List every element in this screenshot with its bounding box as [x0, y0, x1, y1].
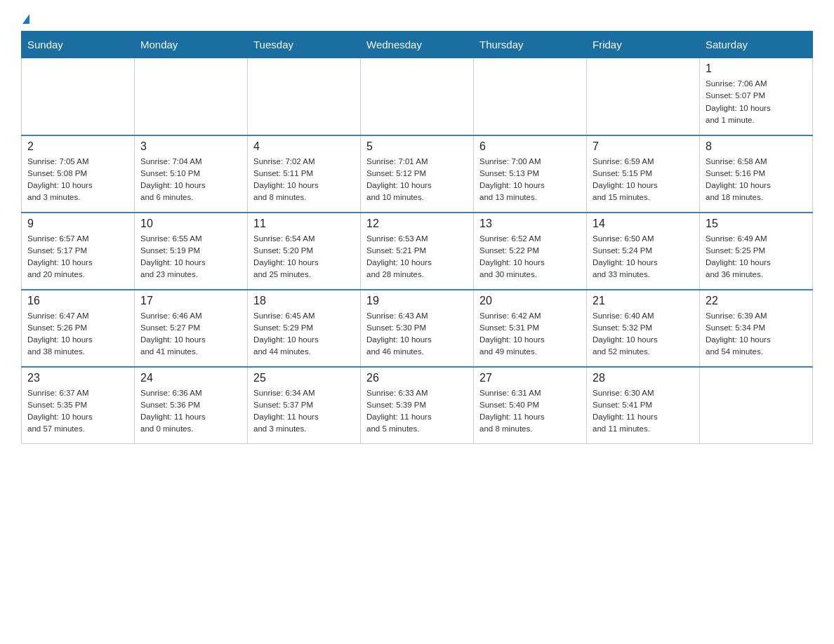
calendar-day-cell: 16Sunrise: 6:47 AM Sunset: 5:26 PM Dayli…	[22, 290, 135, 367]
day-info: Sunrise: 6:33 AM Sunset: 5:39 PM Dayligh…	[366, 387, 468, 436]
day-number: 15	[706, 217, 807, 230]
day-of-week-header: Tuesday	[248, 32, 361, 58]
day-info: Sunrise: 6:42 AM Sunset: 5:31 PM Dayligh…	[479, 310, 581, 358]
day-info: Sunrise: 6:37 AM Sunset: 5:35 PM Dayligh…	[27, 387, 128, 436]
day-info: Sunrise: 7:04 AM Sunset: 5:10 PM Dayligh…	[140, 156, 241, 204]
calendar-day-cell: 22Sunrise: 6:39 AM Sunset: 5:34 PM Dayli…	[700, 290, 813, 367]
day-info: Sunrise: 7:05 AM Sunset: 5:08 PM Dayligh…	[27, 156, 128, 204]
page-header	[21, 14, 813, 24]
calendar-week-row: 2Sunrise: 7:05 AM Sunset: 5:08 PM Daylig…	[22, 135, 813, 213]
day-number: 4	[253, 140, 355, 153]
calendar-table: SundayMondayTuesdayWednesdayThursdayFrid…	[21, 31, 813, 444]
day-of-week-header: Thursday	[474, 32, 587, 58]
day-info: Sunrise: 6:40 AM Sunset: 5:32 PM Dayligh…	[593, 310, 694, 358]
day-info: Sunrise: 6:39 AM Sunset: 5:34 PM Dayligh…	[706, 310, 807, 358]
calendar-day-cell: 9Sunrise: 6:57 AM Sunset: 5:17 PM Daylig…	[22, 213, 135, 290]
day-info: Sunrise: 6:55 AM Sunset: 5:19 PM Dayligh…	[140, 233, 241, 281]
calendar-day-cell: 14Sunrise: 6:50 AM Sunset: 5:24 PM Dayli…	[587, 213, 700, 290]
day-number: 17	[140, 295, 241, 307]
day-number: 19	[366, 295, 468, 307]
calendar-day-cell: 10Sunrise: 6:55 AM Sunset: 5:19 PM Dayli…	[135, 213, 248, 290]
day-number: 20	[479, 295, 581, 307]
calendar-day-cell	[361, 58, 474, 135]
day-info: Sunrise: 7:00 AM Sunset: 5:13 PM Dayligh…	[479, 156, 581, 204]
calendar-day-cell: 18Sunrise: 6:45 AM Sunset: 5:29 PM Dayli…	[248, 290, 361, 367]
day-info: Sunrise: 6:49 AM Sunset: 5:25 PM Dayligh…	[706, 233, 807, 281]
day-number: 9	[27, 217, 128, 230]
day-number: 26	[366, 372, 468, 384]
day-info: Sunrise: 7:02 AM Sunset: 5:11 PM Dayligh…	[253, 156, 355, 204]
calendar-day-cell	[700, 367, 813, 444]
logo	[21, 14, 29, 24]
day-number: 11	[253, 217, 355, 230]
calendar-day-cell: 3Sunrise: 7:04 AM Sunset: 5:10 PM Daylig…	[135, 135, 248, 213]
day-number: 23	[27, 372, 128, 384]
calendar-day-cell: 13Sunrise: 6:52 AM Sunset: 5:22 PM Dayli…	[474, 213, 587, 290]
calendar-header-row: SundayMondayTuesdayWednesdayThursdayFrid…	[22, 32, 813, 58]
logo-triangle-icon	[22, 14, 29, 24]
day-info: Sunrise: 6:43 AM Sunset: 5:30 PM Dayligh…	[366, 310, 468, 358]
calendar-day-cell: 7Sunrise: 6:59 AM Sunset: 5:15 PM Daylig…	[587, 135, 700, 213]
day-info: Sunrise: 6:45 AM Sunset: 5:29 PM Dayligh…	[253, 310, 355, 358]
day-info: Sunrise: 6:34 AM Sunset: 5:37 PM Dayligh…	[253, 387, 355, 436]
day-number: 22	[706, 295, 807, 307]
day-number: 13	[479, 217, 581, 230]
calendar-day-cell: 26Sunrise: 6:33 AM Sunset: 5:39 PM Dayli…	[361, 367, 474, 444]
day-info: Sunrise: 6:53 AM Sunset: 5:21 PM Dayligh…	[366, 233, 468, 281]
day-number: 16	[27, 295, 128, 307]
calendar-day-cell: 11Sunrise: 6:54 AM Sunset: 5:20 PM Dayli…	[248, 213, 361, 290]
calendar-day-cell: 2Sunrise: 7:05 AM Sunset: 5:08 PM Daylig…	[22, 135, 135, 213]
day-number: 28	[593, 372, 694, 384]
day-of-week-header: Friday	[587, 32, 700, 58]
calendar-day-cell: 6Sunrise: 7:00 AM Sunset: 5:13 PM Daylig…	[474, 135, 587, 213]
day-info: Sunrise: 6:59 AM Sunset: 5:15 PM Dayligh…	[593, 156, 694, 204]
calendar-day-cell	[248, 58, 361, 135]
day-number: 2	[27, 140, 128, 153]
calendar-week-row: 1Sunrise: 7:06 AM Sunset: 5:07 PM Daylig…	[22, 58, 813, 135]
day-info: Sunrise: 6:46 AM Sunset: 5:27 PM Dayligh…	[140, 310, 241, 358]
calendar-day-cell: 12Sunrise: 6:53 AM Sunset: 5:21 PM Dayli…	[361, 213, 474, 290]
calendar-day-cell: 27Sunrise: 6:31 AM Sunset: 5:40 PM Dayli…	[474, 367, 587, 444]
calendar-week-row: 16Sunrise: 6:47 AM Sunset: 5:26 PM Dayli…	[22, 290, 813, 367]
day-info: Sunrise: 6:31 AM Sunset: 5:40 PM Dayligh…	[479, 387, 581, 436]
calendar-day-cell: 15Sunrise: 6:49 AM Sunset: 5:25 PM Dayli…	[700, 213, 813, 290]
day-info: Sunrise: 6:54 AM Sunset: 5:20 PM Dayligh…	[253, 233, 355, 281]
day-info: Sunrise: 6:58 AM Sunset: 5:16 PM Dayligh…	[706, 156, 807, 204]
calendar-day-cell: 25Sunrise: 6:34 AM Sunset: 5:37 PM Dayli…	[248, 367, 361, 444]
day-number: 21	[593, 295, 694, 307]
day-number: 8	[706, 140, 807, 153]
day-number: 24	[140, 372, 241, 384]
day-info: Sunrise: 7:06 AM Sunset: 5:07 PM Dayligh…	[706, 78, 807, 126]
calendar-day-cell: 8Sunrise: 6:58 AM Sunset: 5:16 PM Daylig…	[700, 135, 813, 213]
day-info: Sunrise: 6:57 AM Sunset: 5:17 PM Dayligh…	[27, 233, 128, 281]
day-number: 27	[479, 372, 581, 384]
day-info: Sunrise: 6:50 AM Sunset: 5:24 PM Dayligh…	[593, 233, 694, 281]
calendar-day-cell	[474, 58, 587, 135]
day-number: 18	[253, 295, 355, 307]
calendar-day-cell: 23Sunrise: 6:37 AM Sunset: 5:35 PM Dayli…	[22, 367, 135, 444]
calendar-day-cell	[135, 58, 248, 135]
day-of-week-header: Saturday	[700, 32, 813, 58]
day-number: 25	[253, 372, 355, 384]
calendar-day-cell: 17Sunrise: 6:46 AM Sunset: 5:27 PM Dayli…	[135, 290, 248, 367]
day-info: Sunrise: 6:47 AM Sunset: 5:26 PM Dayligh…	[27, 310, 128, 358]
calendar-day-cell: 19Sunrise: 6:43 AM Sunset: 5:30 PM Dayli…	[361, 290, 474, 367]
day-info: Sunrise: 6:36 AM Sunset: 5:36 PM Dayligh…	[140, 387, 241, 436]
day-info: Sunrise: 7:01 AM Sunset: 5:12 PM Dayligh…	[366, 156, 468, 204]
calendar-week-row: 23Sunrise: 6:37 AM Sunset: 5:35 PM Dayli…	[22, 367, 813, 444]
day-info: Sunrise: 6:52 AM Sunset: 5:22 PM Dayligh…	[479, 233, 581, 281]
day-number: 14	[593, 217, 694, 230]
day-number: 1	[706, 62, 807, 75]
day-number: 7	[593, 140, 694, 153]
calendar-day-cell: 1Sunrise: 7:06 AM Sunset: 5:07 PM Daylig…	[700, 58, 813, 135]
day-number: 6	[479, 140, 581, 153]
day-info: Sunrise: 6:30 AM Sunset: 5:41 PM Dayligh…	[593, 387, 694, 436]
day-of-week-header: Wednesday	[361, 32, 474, 58]
calendar-day-cell	[587, 58, 700, 135]
calendar-day-cell: 20Sunrise: 6:42 AM Sunset: 5:31 PM Dayli…	[474, 290, 587, 367]
calendar-day-cell: 28Sunrise: 6:30 AM Sunset: 5:41 PM Dayli…	[587, 367, 700, 444]
day-number: 10	[140, 217, 241, 230]
day-number: 12	[366, 217, 468, 230]
calendar-day-cell: 24Sunrise: 6:36 AM Sunset: 5:36 PM Dayli…	[135, 367, 248, 444]
day-number: 5	[366, 140, 468, 153]
